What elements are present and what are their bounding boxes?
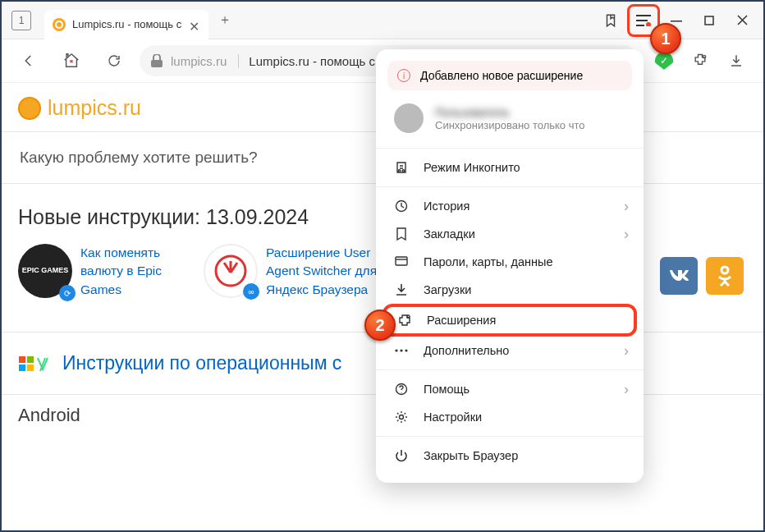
download-icon [394, 283, 409, 296]
browser-tab[interactable]: Lumpics.ru - помощь с ✕ [44, 10, 208, 39]
favicon-icon [53, 18, 66, 31]
close-window-icon[interactable] [726, 4, 758, 37]
article-thumb-icon: EPIC GAMES ⟳ [18, 244, 72, 298]
menu-downloads[interactable]: Загрузки [376, 276, 644, 304]
browser-main-menu: i Добавлено новое расширение Пользовател… [376, 49, 644, 483]
article-card[interactable]: ∞ Расширение User Agent Switcher для Янд… [204, 244, 384, 299]
extensions-toolbar-icon[interactable] [683, 45, 717, 76]
svg-rect-3 [646, 22, 651, 26]
site-logo-icon [18, 97, 41, 120]
overlay-badge-icon: ⟳ [59, 285, 76, 301]
vk-share-button[interactable] [660, 257, 698, 295]
svg-rect-10 [19, 356, 25, 363]
notification-text: Добавлено новое расширение [420, 69, 583, 82]
svg-rect-11 [27, 356, 34, 363]
article-link[interactable]: Расширение User Agent Switcher для Яндек… [266, 244, 384, 299]
svg-rect-6 [151, 60, 163, 67]
back-button[interactable] [11, 45, 46, 76]
menu-label: Дополнительно [424, 344, 509, 357]
article-card[interactable]: EPIC GAMES ⟳ Как поменять валюту в Epic … [18, 244, 199, 299]
menu-notification[interactable]: i Добавлено новое расширение [387, 61, 632, 90]
gear-icon [394, 410, 409, 424]
social-buttons [660, 257, 744, 295]
svg-rect-5 [705, 16, 713, 25]
help-icon [394, 383, 409, 396]
svg-point-7 [703, 55, 705, 57]
reload-button[interactable] [97, 45, 131, 76]
bookmark-icon[interactable] [594, 4, 627, 37]
platform-android[interactable]: Android [18, 405, 378, 426]
new-tab-button[interactable]: ＋ [213, 9, 236, 32]
menu-help[interactable]: Помощь [376, 375, 644, 403]
menu-bookmarks[interactable]: Закладки [376, 220, 644, 248]
bookmark-icon [394, 227, 409, 241]
history-icon [394, 200, 409, 213]
card-icon [394, 256, 409, 268]
menu-label: История [424, 200, 470, 213]
overlay-badge-icon: ∞ [243, 283, 259, 300]
svg-rect-13 [27, 365, 34, 371]
annotation-callout-2: 2 [364, 310, 396, 341]
os-icons [18, 355, 51, 372]
url-domain: lumpics.ru [171, 54, 227, 68]
svg-point-21 [405, 349, 407, 351]
svg-rect-0 [636, 15, 651, 16]
svg-point-20 [400, 349, 402, 351]
info-icon: i [397, 69, 410, 82]
lock-icon [151, 54, 163, 67]
menu-quit[interactable]: Закрыть Браузер [376, 442, 644, 470]
menu-more[interactable]: Дополнительно [376, 337, 644, 365]
menu-label: Настройки [424, 410, 482, 424]
menu-incognito[interactable]: Режим Инкогнито [376, 154, 644, 181]
svg-rect-12 [19, 365, 25, 371]
svg-rect-17 [396, 257, 407, 265]
annotation-callout-1: 1 [650, 23, 681, 54]
menu-profile[interactable]: Пользователь Синхронизировано только что [376, 99, 644, 143]
close-tab-icon[interactable]: ✕ [189, 19, 200, 30]
ok-share-button[interactable] [706, 257, 744, 295]
menu-label: Помощь [424, 383, 470, 396]
downloads-toolbar-icon[interactable] [719, 45, 754, 76]
profile-name: Пользователь [435, 106, 585, 119]
profile-sync-status: Синхронизировано только что [435, 119, 585, 131]
site-name[interactable]: lumpics.ru [48, 96, 141, 120]
home-button[interactable] [54, 45, 89, 76]
menu-settings[interactable]: Настройки [376, 403, 644, 431]
svg-rect-1 [636, 20, 648, 21]
menu-label: Закрыть Браузер [424, 449, 518, 462]
puzzle-icon [397, 314, 412, 327]
svg-point-15 [402, 170, 405, 172]
tab-count-button[interactable]: 1 [11, 11, 31, 30]
menu-label: Расширения [427, 314, 496, 327]
os-link[interactable]: Инструкции по операционным с [62, 352, 341, 374]
menu-label: Закладки [424, 227, 475, 241]
menu-extensions[interactable]: Расширения [382, 304, 637, 337]
maximize-icon[interactable] [693, 4, 726, 37]
svg-point-14 [398, 170, 401, 172]
browser-titlebar: 1 Lumpics.ru - помощь с ✕ ＋ [2, 2, 763, 39]
svg-point-23 [400, 415, 404, 420]
menu-history[interactable]: История [376, 192, 644, 220]
tab-title: Lumpics.ru - помощь с [72, 18, 182, 30]
menu-label: Режим Инкогнито [424, 161, 520, 174]
svg-point-9 [721, 267, 728, 273]
menu-passwords[interactable]: Пароли, карты, данные [376, 248, 644, 276]
dots-icon [394, 349, 409, 352]
menu-label: Загрузки [424, 283, 471, 296]
incognito-icon [394, 161, 409, 174]
power-icon [394, 449, 409, 462]
svg-rect-2 [636, 25, 644, 26]
page-title-inline: Lumpics.ru - помощь с [238, 54, 375, 68]
svg-rect-4 [671, 21, 682, 22]
svg-point-19 [395, 349, 397, 351]
article-thumb-icon: ∞ [204, 244, 258, 298]
svg-point-18 [407, 315, 410, 318]
avatar-icon [394, 103, 424, 133]
article-link[interactable]: Как поменять валюту в Epic Games [80, 244, 199, 299]
menu-label: Пароли, карты, данные [424, 255, 553, 268]
